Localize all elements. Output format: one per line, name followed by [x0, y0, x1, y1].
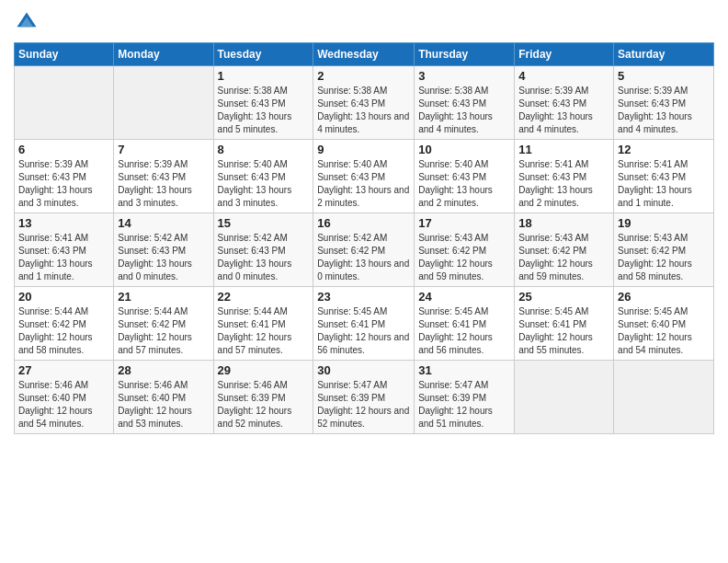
day-number: 4 — [518, 69, 609, 83]
day-detail: Sunrise: 5:40 AM Sunset: 6:43 PM Dayligh… — [218, 158, 310, 210]
day-number: 8 — [218, 143, 310, 156]
day-cell: 24Sunrise: 5:45 AM Sunset: 6:41 PM Dayli… — [415, 287, 515, 361]
day-cell: 14Sunrise: 5:42 AM Sunset: 6:43 PM Dayli… — [114, 213, 213, 287]
day-cell: 21Sunrise: 5:44 AM Sunset: 6:42 PM Dayli… — [114, 287, 213, 361]
day-detail: Sunrise: 5:39 AM Sunset: 6:43 PM Dayligh… — [118, 158, 209, 210]
day-number: 26 — [618, 290, 710, 304]
day-number: 31 — [418, 363, 510, 377]
day-detail: Sunrise: 5:42 AM Sunset: 6:43 PM Dayligh… — [218, 232, 310, 283]
logo — [14, 9, 43, 35]
day-detail: Sunrise: 5:42 AM Sunset: 6:43 PM Dayligh… — [118, 232, 209, 283]
day-cell — [15, 66, 114, 140]
day-number: 27 — [18, 363, 109, 377]
week-row-1: 6Sunrise: 5:39 AM Sunset: 6:43 PM Daylig… — [15, 140, 714, 213]
day-number: 14 — [118, 216, 209, 230]
day-detail: Sunrise: 5:45 AM Sunset: 6:41 PM Dayligh… — [418, 305, 510, 357]
day-detail: Sunrise: 5:47 AM Sunset: 6:39 PM Dayligh… — [317, 379, 410, 431]
day-cell: 23Sunrise: 5:45 AM Sunset: 6:41 PM Dayli… — [313, 287, 415, 361]
day-detail: Sunrise: 5:40 AM Sunset: 6:43 PM Dayligh… — [317, 158, 410, 210]
day-number: 19 — [618, 216, 710, 230]
day-detail: Sunrise: 5:38 AM Sunset: 6:43 PM Dayligh… — [418, 85, 510, 136]
day-number: 3 — [418, 69, 510, 83]
day-detail: Sunrise: 5:43 AM Sunset: 6:42 PM Dayligh… — [518, 232, 609, 283]
day-cell — [114, 66, 213, 140]
day-detail: Sunrise: 5:39 AM Sunset: 6:43 PM Dayligh… — [518, 85, 609, 136]
day-detail: Sunrise: 5:46 AM Sunset: 6:40 PM Dayligh… — [18, 379, 109, 431]
day-number: 7 — [118, 143, 209, 156]
day-detail: Sunrise: 5:45 AM Sunset: 6:40 PM Dayligh… — [618, 305, 710, 357]
day-cell: 7Sunrise: 5:39 AM Sunset: 6:43 PM Daylig… — [114, 140, 213, 213]
day-detail: Sunrise: 5:43 AM Sunset: 6:42 PM Dayligh… — [618, 232, 710, 283]
day-cell: 3Sunrise: 5:38 AM Sunset: 6:43 PM Daylig… — [415, 66, 515, 140]
day-number: 28 — [118, 363, 209, 377]
day-number: 23 — [317, 290, 410, 304]
day-detail: Sunrise: 5:40 AM Sunset: 6:43 PM Dayligh… — [418, 158, 510, 210]
day-number: 24 — [418, 290, 510, 304]
day-number: 5 — [618, 69, 710, 83]
day-detail: Sunrise: 5:46 AM Sunset: 6:40 PM Dayligh… — [118, 379, 209, 431]
day-detail: Sunrise: 5:39 AM Sunset: 6:43 PM Dayligh… — [18, 158, 109, 210]
day-number: 1 — [218, 69, 310, 83]
day-detail: Sunrise: 5:45 AM Sunset: 6:41 PM Dayligh… — [317, 305, 410, 357]
day-cell: 30Sunrise: 5:47 AM Sunset: 6:39 PM Dayli… — [313, 361, 415, 434]
day-cell: 13Sunrise: 5:41 AM Sunset: 6:43 PM Dayli… — [15, 213, 114, 287]
day-cell: 4Sunrise: 5:39 AM Sunset: 6:43 PM Daylig… — [515, 66, 614, 140]
header-thursday: Thursday — [415, 43, 515, 66]
day-number: 18 — [518, 216, 609, 230]
day-detail: Sunrise: 5:39 AM Sunset: 6:43 PM Dayligh… — [618, 85, 710, 136]
day-number: 16 — [317, 216, 410, 230]
calendar-body: 1Sunrise: 5:38 AM Sunset: 6:43 PM Daylig… — [15, 66, 714, 434]
day-detail: Sunrise: 5:38 AM Sunset: 6:43 PM Dayligh… — [218, 85, 310, 136]
day-cell — [515, 361, 614, 434]
day-cell: 20Sunrise: 5:44 AM Sunset: 6:42 PM Dayli… — [15, 287, 114, 361]
day-cell: 11Sunrise: 5:41 AM Sunset: 6:43 PM Dayli… — [515, 140, 614, 213]
day-cell: 9Sunrise: 5:40 AM Sunset: 6:43 PM Daylig… — [313, 140, 415, 213]
day-number: 12 — [618, 143, 710, 156]
day-cell: 16Sunrise: 5:42 AM Sunset: 6:42 PM Dayli… — [313, 213, 415, 287]
day-cell: 31Sunrise: 5:47 AM Sunset: 6:39 PM Dayli… — [415, 361, 515, 434]
day-detail: Sunrise: 5:44 AM Sunset: 6:42 PM Dayligh… — [18, 305, 109, 357]
header-saturday: Saturday — [614, 43, 714, 66]
day-cell: 27Sunrise: 5:46 AM Sunset: 6:40 PM Dayli… — [15, 361, 114, 434]
day-detail: Sunrise: 5:47 AM Sunset: 6:39 PM Dayligh… — [418, 379, 510, 431]
day-number: 10 — [418, 143, 510, 156]
week-row-0: 1Sunrise: 5:38 AM Sunset: 6:43 PM Daylig… — [15, 66, 714, 140]
day-detail: Sunrise: 5:44 AM Sunset: 6:42 PM Dayligh… — [118, 305, 209, 357]
day-number: 21 — [118, 290, 209, 304]
day-cell: 17Sunrise: 5:43 AM Sunset: 6:42 PM Dayli… — [415, 213, 515, 287]
calendar-header: SundayMondayTuesdayWednesdayThursdayFrid… — [15, 43, 714, 66]
logo-icon — [14, 9, 40, 35]
day-number: 15 — [218, 216, 310, 230]
week-row-3: 20Sunrise: 5:44 AM Sunset: 6:42 PM Dayli… — [15, 287, 714, 361]
day-detail: Sunrise: 5:44 AM Sunset: 6:41 PM Dayligh… — [218, 305, 310, 357]
day-number: 6 — [18, 143, 109, 156]
day-cell: 8Sunrise: 5:40 AM Sunset: 6:43 PM Daylig… — [213, 140, 313, 213]
day-detail: Sunrise: 5:41 AM Sunset: 6:43 PM Dayligh… — [518, 158, 609, 210]
day-number: 29 — [218, 363, 310, 377]
day-cell — [614, 361, 714, 434]
day-cell: 6Sunrise: 5:39 AM Sunset: 6:43 PM Daylig… — [15, 140, 114, 213]
day-number: 20 — [18, 290, 109, 304]
day-cell: 25Sunrise: 5:45 AM Sunset: 6:41 PM Dayli… — [515, 287, 614, 361]
day-detail: Sunrise: 5:38 AM Sunset: 6:43 PM Dayligh… — [317, 85, 410, 136]
day-cell: 28Sunrise: 5:46 AM Sunset: 6:40 PM Dayli… — [114, 361, 213, 434]
day-number: 2 — [317, 69, 410, 83]
day-number: 25 — [518, 290, 609, 304]
header-wednesday: Wednesday — [313, 43, 415, 66]
day-detail: Sunrise: 5:45 AM Sunset: 6:41 PM Dayligh… — [518, 305, 609, 357]
day-number: 30 — [317, 363, 410, 377]
header-monday: Monday — [114, 43, 213, 66]
day-cell: 12Sunrise: 5:41 AM Sunset: 6:43 PM Dayli… — [614, 140, 714, 213]
page-header — [14, 9, 714, 35]
day-cell: 26Sunrise: 5:45 AM Sunset: 6:40 PM Dayli… — [614, 287, 714, 361]
day-detail: Sunrise: 5:41 AM Sunset: 6:43 PM Dayligh… — [18, 232, 109, 283]
day-cell: 10Sunrise: 5:40 AM Sunset: 6:43 PM Dayli… — [415, 140, 515, 213]
week-row-2: 13Sunrise: 5:41 AM Sunset: 6:43 PM Dayli… — [15, 213, 714, 287]
day-detail: Sunrise: 5:43 AM Sunset: 6:42 PM Dayligh… — [418, 232, 510, 283]
header-row: SundayMondayTuesdayWednesdayThursdayFrid… — [15, 43, 714, 66]
day-cell: 1Sunrise: 5:38 AM Sunset: 6:43 PM Daylig… — [213, 66, 313, 140]
day-cell: 29Sunrise: 5:46 AM Sunset: 6:39 PM Dayli… — [213, 361, 313, 434]
day-detail: Sunrise: 5:46 AM Sunset: 6:39 PM Dayligh… — [218, 379, 310, 431]
day-cell: 2Sunrise: 5:38 AM Sunset: 6:43 PM Daylig… — [313, 66, 415, 140]
header-tuesday: Tuesday — [213, 43, 313, 66]
